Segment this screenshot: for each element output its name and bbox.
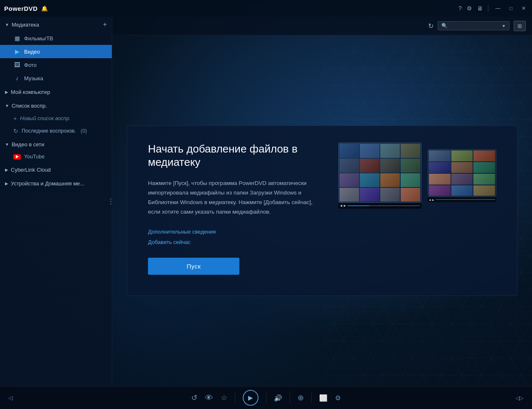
photo-icon: 🖼 xyxy=(13,62,21,68)
sidebar-item-recent[interactable]: ↻ Последние воспроизв. (0) xyxy=(0,125,112,137)
video-icon: ▶ xyxy=(13,48,21,55)
ss-cell xyxy=(451,150,473,161)
recent-icon: ↻ xyxy=(13,128,18,134)
dialog-left: Начать добавление файлов в медиатеку Наж… xyxy=(148,143,318,274)
sidebar-section-cyberlink-cloud[interactable]: ▶ CyberLink Cloud xyxy=(0,163,112,176)
add-now-link[interactable]: Добавить сейчас xyxy=(148,239,318,245)
bell-icon[interactable]: 🔔 xyxy=(41,5,48,12)
ss-cell xyxy=(360,159,379,172)
ss-cell xyxy=(360,144,379,158)
new-playlist-label: Новый список воспр. xyxy=(20,116,71,121)
film-icon: ▦ xyxy=(13,35,21,42)
ss-cell xyxy=(380,188,400,202)
sidebar-item-video[interactable]: ▶ Видео xyxy=(0,45,112,58)
sidebar-section-devices[interactable]: ▶ Устройства и Домашняя ме... xyxy=(0,176,112,190)
monitor-icon[interactable]: 🖥 xyxy=(477,5,483,12)
ss-cell xyxy=(451,174,473,185)
sidebar-item-new-playlist[interactable]: + Новый список воспр. xyxy=(0,112,112,125)
playback-settings-button[interactable]: ⚙ xyxy=(335,394,341,402)
playback-bar: ◁ ↺ 👁 ☆ ▶ 🔊 ⊕ ⬜ ⚙ ◁▷ xyxy=(0,386,532,409)
vr-button[interactable]: ⬜ xyxy=(319,394,328,402)
ss-cell xyxy=(360,173,379,187)
maximize-button[interactable]: □ xyxy=(507,5,515,12)
screenshot-secondary-wrap: ◀ ▶ xyxy=(428,149,496,202)
sidebar-item-photo[interactable]: 🖼 Фото xyxy=(0,58,112,71)
sidebar: ▼ Медиатека + ▦ Фильмы/ТВ ▶ Видео 🖼 Фото… xyxy=(0,17,112,386)
resize-dot xyxy=(110,201,111,202)
ss-cell xyxy=(340,188,359,202)
ss-cell xyxy=(401,144,420,158)
sidebar-resize-handle[interactable] xyxy=(109,128,112,276)
search-box[interactable]: 🔍 ▼ xyxy=(438,21,510,30)
recent-label: Последние воспроизв. xyxy=(22,128,76,134)
titlebar: PowerDVD 🔔 ? ⚙ 🖥 — □ ✕ xyxy=(0,0,532,17)
sidebar-section-online-video[interactable]: ▼ Видео в сети xyxy=(0,137,112,151)
ss-cell xyxy=(340,144,359,158)
replay-button[interactable]: ↺ xyxy=(191,393,197,402)
ss-cell xyxy=(340,173,359,187)
add-media-button[interactable]: + xyxy=(103,21,107,28)
ss-cell xyxy=(401,159,420,172)
ss-cell xyxy=(473,162,495,173)
ss-cell xyxy=(451,162,473,173)
refresh-button[interactable]: ↻ xyxy=(428,22,433,30)
dialog-screenshots: ◀ ▶ xyxy=(338,143,496,209)
sidebar-section-playlist[interactable]: ▼ Список воспр. xyxy=(0,99,112,112)
mini-player-button[interactable]: ◁▷ xyxy=(515,395,524,401)
screenshot-main xyxy=(338,143,421,203)
resize-dot xyxy=(110,203,111,204)
sidebar-section-media-library[interactable]: ▼ Медиатека + xyxy=(0,17,112,32)
titlebar-separator xyxy=(488,5,488,12)
sidebar-item-photo-label: Фото xyxy=(24,62,37,68)
cyberlink-cloud-label: CyberLink Cloud xyxy=(11,167,51,173)
chevron-down-icon-3: ▼ xyxy=(5,142,9,147)
more-info-link[interactable]: Дополнительные сведения xyxy=(148,229,318,235)
ss-cell xyxy=(340,159,359,172)
ss-cell xyxy=(380,159,400,172)
ss-cell xyxy=(473,185,495,196)
view-toggle-button[interactable]: ⊞ xyxy=(514,21,526,31)
close-button[interactable]: ✕ xyxy=(520,5,528,12)
ctrl-right: ◁▷ xyxy=(515,395,524,401)
eye-button[interactable]: 👁 xyxy=(205,393,213,403)
app-title: PowerDVD xyxy=(4,5,38,12)
chevron-right-icon-2: ▶ xyxy=(5,168,8,172)
search-dropdown-icon[interactable]: ▼ xyxy=(502,24,506,28)
youtube-icon xyxy=(13,154,21,160)
control-separator-1 xyxy=(235,393,235,403)
volume-button[interactable]: 🔊 xyxy=(274,394,282,402)
ss-cell xyxy=(429,185,451,196)
mini-player-left[interactable]: ◁ xyxy=(8,394,13,401)
help-icon[interactable]: ? xyxy=(458,5,462,12)
control-separator-3 xyxy=(290,393,290,403)
sidebar-item-films-tv[interactable]: ▦ Фильмы/ТВ xyxy=(0,32,112,45)
resize-dot xyxy=(110,198,111,200)
sidebar-section-my-computer[interactable]: ▶ Мой компьютер xyxy=(0,85,112,99)
sidebar-item-music[interactable]: ♪ Музыка xyxy=(0,71,112,85)
ss-cell xyxy=(401,173,420,187)
screenshot-playback: ◀ ▶ xyxy=(338,203,421,209)
online-video-label: Видео в сети xyxy=(12,141,44,148)
minimize-button[interactable]: — xyxy=(493,5,502,12)
playlist-label: Список воспр. xyxy=(12,103,47,109)
favorite-button[interactable]: ☆ xyxy=(221,393,227,402)
screenshot-main-wrap: ◀ ▶ xyxy=(338,143,421,209)
devices-label: Устройства и Домашняя ме... xyxy=(11,180,84,187)
start-button[interactable]: Пуск xyxy=(148,258,239,275)
zoom-button[interactable]: ⊕ xyxy=(298,393,304,402)
ss-cell xyxy=(451,185,473,196)
sidebar-item-youtube[interactable]: YouTube xyxy=(0,151,112,163)
play-button[interactable]: ▶ xyxy=(243,390,259,406)
sidebar-item-video-label: Видео xyxy=(24,49,40,55)
new-playlist-icon: + xyxy=(13,115,17,122)
ss-cell xyxy=(473,150,495,161)
settings-icon[interactable]: ⚙ xyxy=(467,5,472,12)
ss-cell xyxy=(360,188,379,202)
main-content: Начать добавление файлов в медиатеку Наж… xyxy=(112,35,532,386)
sidebar-item-music-label: Музыка xyxy=(24,75,43,81)
screenshot-secondary-playback: ◀ ▶ xyxy=(428,197,496,202)
chevron-down-icon-2: ▼ xyxy=(5,103,9,108)
ss-cell xyxy=(380,144,400,158)
media-library-label: Медиатека xyxy=(12,22,39,28)
search-input[interactable] xyxy=(450,23,500,29)
